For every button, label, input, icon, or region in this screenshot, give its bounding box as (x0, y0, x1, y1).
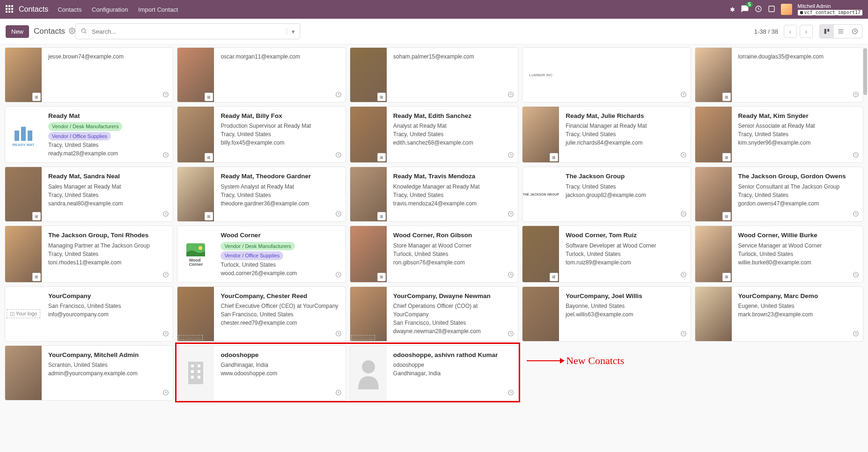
svg-rect-16 (15, 131, 19, 141)
activity-clock-icon[interactable] (335, 91, 342, 99)
contact-card[interactable]: odooshoppeGandhinagar, Indiawww.odooshop… (177, 345, 346, 401)
user-menu[interactable]: Mitchell Admin vcf_contact_import17 (798, 3, 862, 15)
activity-clock-icon[interactable] (680, 271, 687, 279)
contact-card[interactable]: ◫ Your logoYourCompany, Dwayne NewmanChi… (350, 286, 518, 342)
view-list[interactable] (834, 25, 848, 38)
contact-card[interactable]: ▦Ready Mat, Edith SanchezAnalyst at Read… (350, 106, 518, 163)
user-avatar[interactable] (781, 4, 792, 15)
activity-clock-icon[interactable] (508, 91, 514, 99)
contact-card[interactable]: YourCompany, Joel WillisBayonne, United … (522, 286, 691, 342)
search-options-dropdown[interactable]: ▾ (287, 28, 300, 35)
gear-icon[interactable] (69, 28, 75, 36)
contact-card[interactable]: ▦Ready Mat, Julie RichardsFinancial Mana… (522, 106, 691, 163)
contact-info: Wood Corner, Willie BurkeService Manager… (732, 226, 863, 282)
pager-next[interactable]: › (800, 25, 813, 38)
contact-info: Ready Mat, Sandra NealSales Manager at R… (42, 167, 173, 221)
activity-clock-icon[interactable] (162, 271, 169, 279)
activity-clock-icon[interactable] (335, 271, 342, 279)
activity-clock-icon[interactable] (853, 330, 859, 338)
contact-card[interactable]: YourCompany, Marc DemoEugene, United Sta… (695, 286, 863, 342)
search-box[interactable]: ▾ (75, 23, 300, 39)
messaging-icon[interactable]: 5 (741, 5, 749, 15)
activity-clock-icon[interactable] (162, 330, 169, 338)
contact-card[interactable]: ▦Ready Mat, Travis MendozaKnowledge Mana… (350, 167, 518, 222)
activity-clock-icon[interactable] (508, 389, 514, 397)
activity-clock-icon[interactable] (162, 91, 169, 99)
contact-card[interactable]: ▦oscar.morgan11@example.com (177, 47, 346, 102)
contact-name: Ready Mat (48, 111, 167, 121)
activity-clock-icon[interactable] (853, 271, 859, 279)
pager-prev[interactable]: ‹ (784, 25, 797, 38)
view-kanban[interactable] (820, 25, 834, 38)
tray-icon[interactable] (768, 5, 775, 14)
activity-clock-icon[interactable] (853, 211, 859, 219)
activity-clock-icon[interactable] (335, 389, 342, 397)
contact-line: travis.mendoza24@example.com (393, 199, 512, 208)
contact-line: Production Supervisor at Ready Mat (221, 122, 339, 130)
activity-clock-icon[interactable] (680, 91, 687, 99)
contact-card[interactable]: LUMBER INC (522, 47, 691, 102)
activity-clock-icon[interactable] (162, 389, 169, 397)
activity-clock-icon[interactable] (162, 152, 169, 160)
contact-card[interactable]: WoodCornerWood CornerVendor / Desk Manuf… (177, 226, 346, 282)
contact-card[interactable]: YourCompany, Mitchell AdminScranton, Uni… (5, 345, 173, 401)
breadcrumb: Contacts (34, 27, 65, 36)
activity-clock-icon[interactable] (162, 211, 169, 219)
contact-info: odooshoppeGandhinagar, Indiawww.odooshop… (214, 346, 345, 400)
contact-card[interactable]: ▦The Jackson Group, Toni RhodesManaging … (5, 226, 173, 282)
svg-rect-46 (198, 370, 200, 373)
contact-line: San Francisco, United States (48, 302, 167, 310)
company-mini-logo: ▦ (205, 93, 213, 101)
contact-card[interactable]: READY MATReady MatVendor / Desk Manufact… (5, 106, 173, 163)
contact-card[interactable]: ▦lorraine.douglas35@example.com (695, 47, 863, 102)
contact-card[interactable]: ▦Ready Mat, Theodore GardnerSystem Analy… (177, 167, 346, 222)
contact-card[interactable]: THE JACKSON GROUPThe Jackson GroupTracy,… (522, 167, 691, 222)
contact-card[interactable]: ▦soham.palmer15@example.com (350, 47, 518, 102)
company-mini-logo: ▦ (722, 153, 731, 161)
svg-rect-48 (198, 376, 200, 379)
activity-clock-icon[interactable] (508, 330, 514, 338)
bug-icon[interactable]: ✱ (730, 6, 735, 13)
contact-line: Sales Manager at Ready Mat (48, 182, 167, 191)
contact-info: YourCompany, Dwayne NewmanChief Operatio… (387, 287, 518, 341)
contact-card[interactable]: ▦jesse.brown74@example.com (5, 47, 173, 102)
contact-card[interactable]: ▦Ready Mat, Billy FoxProduction Supervis… (177, 106, 346, 163)
scrollbar[interactable] (863, 48, 867, 95)
search-input[interactable] (92, 28, 287, 35)
activity-clock-icon[interactable] (508, 152, 514, 160)
apps-icon[interactable] (6, 5, 14, 14)
activity-clock-icon[interactable] (853, 152, 859, 160)
activity-clock-icon[interactable] (853, 91, 859, 99)
activity-clock-icon[interactable] (680, 330, 687, 338)
nav-import-contact[interactable]: Import Contact (138, 6, 178, 13)
contact-line: info@yourcompany.com (48, 310, 167, 319)
activity-clock-icon[interactable] (508, 271, 514, 279)
contact-card[interactable]: ▦Ready Mat, Sandra NealSales Manager at … (5, 167, 173, 222)
activity-clock-icon[interactable] (680, 152, 687, 160)
activity-clock-icon[interactable] (335, 211, 342, 219)
contact-line: Tracy, United States (393, 191, 512, 199)
activity-clock-icon[interactable] (508, 211, 514, 219)
contact-card[interactable]: ▦The Jackson Group, Gordon OwensSenior C… (695, 167, 863, 222)
activity-clock-icon[interactable] (680, 211, 687, 219)
activity-clock-icon[interactable] (755, 5, 762, 14)
contact-name: YourCompany, Marc Demo (738, 292, 857, 301)
contact-line: chester.reed79@example.com (221, 319, 339, 327)
new-button[interactable]: New (6, 25, 29, 38)
pager-text[interactable]: 1-38 / 38 (754, 28, 778, 35)
contact-card[interactable]: odooshoppe, ashivn rathod Kumarodooshopp… (350, 345, 518, 401)
nav-contacts[interactable]: Contacts (58, 6, 81, 13)
contact-card[interactable]: ▦Wood Corner, Ron GibsonStore Manager at… (350, 226, 518, 282)
contact-card[interactable]: ◫ Your logoYourCompanySan Francisco, Uni… (5, 286, 173, 342)
activity-clock-icon[interactable] (335, 330, 342, 338)
view-activity[interactable] (848, 25, 862, 38)
contact-card[interactable]: ▦Ready Mat, Kim SnyderSenior Associate a… (695, 106, 863, 163)
contact-line: Tracy, United States (738, 191, 857, 199)
contact-card[interactable]: ▦Wood Corner, Willie BurkeService Manage… (695, 226, 863, 282)
contact-card[interactable]: ▦Wood Corner, Tom RuizSoftware Developer… (522, 226, 691, 282)
contact-info: Ready Mat, Billy FoxProduction Superviso… (214, 107, 345, 162)
activity-clock-icon[interactable] (335, 152, 342, 160)
nav-configuration[interactable]: Configuration (92, 6, 128, 13)
contact-card[interactable]: ◫ Your logoYourCompany, Chester ReedChie… (177, 286, 346, 342)
contact-name: odooshoppe (221, 350, 339, 360)
